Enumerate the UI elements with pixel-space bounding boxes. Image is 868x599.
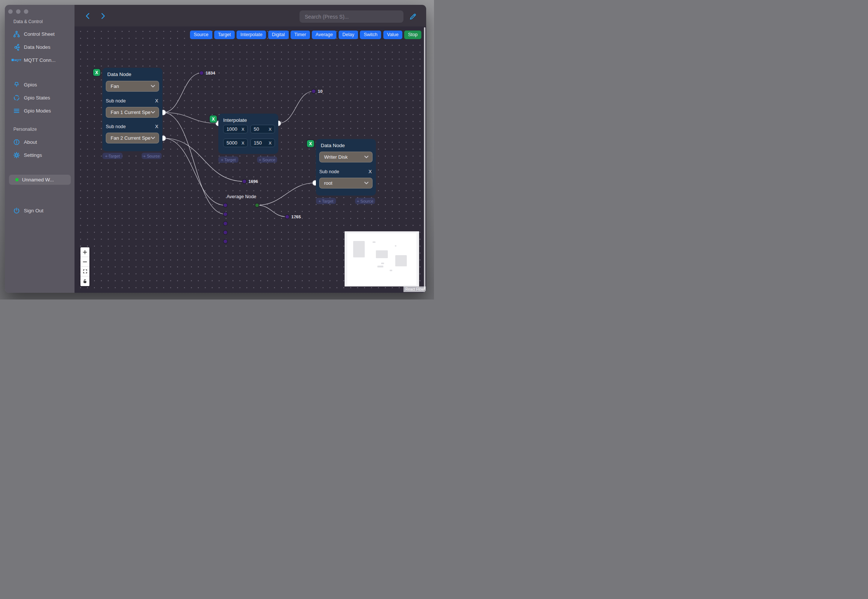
remove-subnode-button[interactable]: X (368, 169, 373, 175)
chevron-down-icon (151, 85, 155, 87)
value-port-dot[interactable] (242, 179, 246, 183)
sidebar-item-settings[interactable]: Settings (5, 151, 75, 160)
clear-value-button[interactable]: X (241, 141, 244, 145)
vertical-scrollbar[interactable] (424, 27, 426, 290)
add-source-chip[interactable]: + Source (141, 153, 162, 159)
subnode-select[interactable]: root (319, 178, 373, 188)
subnode-select[interactable]: Fan 1 Current Spe (106, 107, 159, 118)
sidebar-item-sign-out[interactable]: Sign Out (5, 206, 75, 215)
menu-lines-icon (13, 107, 20, 114)
delete-node-button[interactable]: X (307, 140, 314, 147)
sidebar-item-mqtt[interactable]: MQTT MQTT Conn... (5, 56, 75, 65)
clear-value-button[interactable]: X (269, 127, 272, 131)
interpolate-node[interactable]: Interpolate 1000 X 50 X 5000 X 150 X (218, 114, 278, 154)
node-title: Interpolate (223, 117, 247, 123)
remove-subnode-button[interactable]: X (154, 98, 159, 104)
minimap-node (395, 245, 396, 247)
sidebar-item-gpios[interactable]: Gpios (5, 80, 75, 89)
interpolate-input[interactable]: 1000 X (223, 125, 248, 133)
flow-canvas[interactable]: Source Target Interpolate Digital Timer … (75, 26, 426, 293)
value-port-dot[interactable] (311, 89, 316, 93)
edge-value-label: 1696 (248, 179, 258, 184)
average-output-dot[interactable] (255, 203, 259, 207)
average-input-dot[interactable] (223, 203, 227, 207)
add-target-chip[interactable]: + Target (218, 157, 238, 163)
add-source-chip[interactable]: + Source (257, 157, 277, 163)
sidebar-item-control-sheet[interactable]: Control Sheet (5, 29, 75, 38)
add-target-chip[interactable]: + Target (316, 198, 336, 204)
average-input-dot[interactable] (223, 212, 227, 216)
sidebar-item-about[interactable]: About (5, 137, 75, 146)
node-title: Data Node (321, 143, 345, 148)
average-node-title: Average Node (223, 194, 260, 199)
writer-data-node[interactable]: Data Node Writer Disk Sub node X root (316, 139, 376, 196)
average-input-dot[interactable] (223, 230, 227, 234)
sidebar-item-gpio-modes[interactable]: Gpio Modes (5, 106, 75, 115)
minimap-node (381, 263, 384, 264)
sidebar-item-workflow[interactable]: Unnamed W... (9, 175, 71, 185)
interpolate-input[interactable]: 50 X (250, 125, 275, 133)
sidebar-section-heading: Data & Control (14, 19, 43, 24)
power-icon (13, 207, 20, 214)
search-input[interactable] (299, 11, 403, 23)
window-zoom-button[interactable] (24, 9, 28, 14)
edge (257, 183, 315, 205)
app-window: Data & Control Control Sheet Data Nodes … (5, 5, 426, 293)
sidebar: Data & Control Control Sheet Data Nodes … (5, 5, 75, 293)
workflow-label: Unnamed W... (22, 177, 54, 182)
delete-node-button[interactable]: X (210, 116, 217, 123)
zoom-out-button[interactable] (80, 257, 89, 267)
average-input-dot[interactable] (223, 239, 227, 243)
fit-view-button[interactable] (80, 267, 89, 276)
sidebar-section-heading: Personalize (14, 126, 37, 132)
pencil-icon (409, 13, 417, 21)
add-target-chip[interactable]: + Target (102, 153, 123, 159)
add-source-chip[interactable]: + Source (355, 198, 375, 204)
chevron-left-icon (84, 12, 92, 20)
edge (257, 205, 287, 217)
window-close-button[interactable] (8, 9, 13, 14)
delete-node-button[interactable]: X (93, 69, 100, 76)
sidebar-item-label: Control Sheet (24, 31, 55, 37)
window-minimize-button[interactable] (16, 9, 21, 14)
edit-button[interactable] (409, 13, 417, 21)
interpolate-input[interactable]: 5000 X (223, 138, 248, 147)
edge (278, 91, 314, 123)
clear-value-button[interactable]: X (241, 127, 244, 131)
value-port-dot[interactable] (285, 215, 289, 219)
minimap-node (353, 241, 365, 257)
sidebar-item-data-nodes[interactable]: Data Nodes (5, 42, 75, 51)
gear-icon (13, 152, 20, 159)
edge-value-label: 1765 (291, 215, 301, 219)
sidebar-item-gpio-states[interactable]: Gpio States (5, 93, 75, 102)
edge (163, 73, 202, 113)
minimap-node (376, 250, 388, 258)
back-button[interactable] (84, 12, 92, 20)
subnode-select[interactable]: Fan 2 Current Spe (106, 132, 159, 143)
average-input-dot[interactable] (223, 221, 227, 225)
fan-data-node[interactable]: Data Node Fan Sub node X Fan 1 Current S… (102, 68, 162, 151)
minimap[interactable] (344, 231, 419, 286)
edge-value-label: 10 (318, 89, 323, 93)
node-type-select[interactable]: Writer Disk (319, 152, 373, 163)
sidebar-item-label: Settings (24, 152, 42, 158)
minimap-node (378, 266, 383, 268)
chevron-down-icon (151, 137, 155, 139)
lock-button[interactable] (80, 276, 89, 286)
react-flow-attribution: React Flow (403, 286, 426, 292)
sidebar-item-label: Gpio States (24, 95, 50, 101)
zoom-in-button[interactable] (80, 247, 89, 257)
window-controls (8, 9, 28, 14)
remove-subnode-button[interactable]: X (154, 124, 159, 129)
node-type-select[interactable]: Fan (106, 81, 159, 92)
minus-icon (82, 259, 87, 265)
clear-value-button[interactable]: X (269, 141, 272, 145)
chevron-down-icon (364, 156, 369, 158)
dashed-circle-icon (13, 94, 20, 101)
fit-view-icon (83, 269, 87, 274)
sidebar-item-label: Gpios (24, 82, 37, 87)
forward-button[interactable] (99, 12, 107, 20)
interpolate-input[interactable]: 150 X (250, 138, 275, 147)
molecule-icon (13, 44, 20, 51)
value-port-dot[interactable] (199, 71, 203, 75)
